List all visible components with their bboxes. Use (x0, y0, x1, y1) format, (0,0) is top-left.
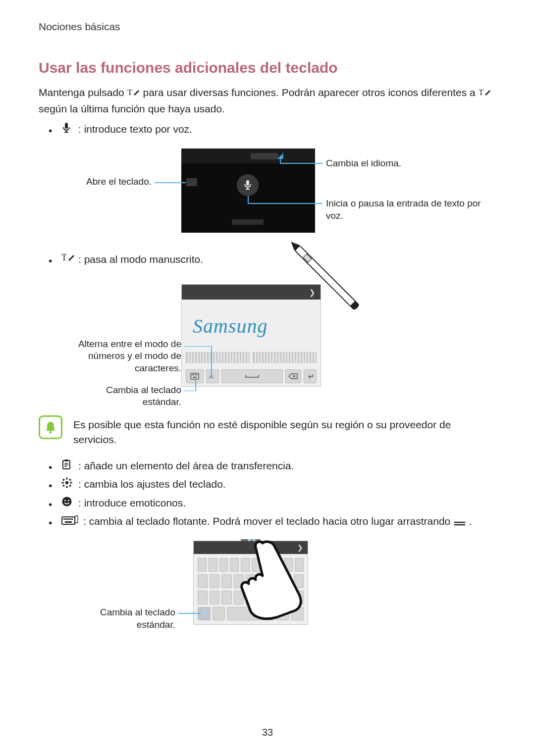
hand-screen: ❯ Samsung (181, 284, 321, 387)
hand-mode-button: A (206, 369, 219, 383)
svg-rect-14 (193, 377, 197, 378)
floating-figure: ❯ (39, 538, 496, 627)
svg-rect-44 (69, 518, 71, 520)
bullet-emoji-text: : introduce emoticonos. (78, 496, 496, 510)
voice-keyboard-tab (186, 178, 197, 186)
gear-icon (61, 477, 78, 488)
svg-point-39 (68, 500, 69, 501)
svg-rect-32 (70, 482, 72, 484)
hand-toolbar: A (186, 369, 317, 383)
svg-point-22 (50, 431, 52, 433)
svg-point-38 (64, 500, 66, 501)
svg-text:T: T (127, 88, 133, 97)
svg-rect-30 (66, 486, 68, 488)
mic-icon (61, 122, 78, 133)
svg-rect-42 (65, 518, 67, 520)
svg-rect-2 (65, 123, 68, 129)
bullet-dot: • (49, 252, 61, 268)
bullet-dot: • (49, 514, 61, 530)
svg-rect-33 (62, 479, 65, 481)
intro-a: Mantenga pulsado (39, 87, 127, 98)
floating-keyboard-icon (61, 514, 83, 525)
t-pen-icon: T (127, 87, 140, 101)
voice-lang-label: Cambia el idioma. (326, 157, 401, 170)
hand-space (221, 369, 283, 383)
bullet-handwriting: • T : pasa al modo manuscrito. (49, 252, 496, 268)
hand-word: Samsung (193, 314, 268, 338)
bullet-clipboard: • : añade un elemento del área de transf… (49, 458, 496, 475)
voice-figure: Abre el teclado. Cambia el idioma. Inici… (39, 146, 496, 240)
svg-text:T: T (479, 88, 484, 97)
bullet-voice-text: : introduce texto por voz. (78, 122, 496, 137)
svg-rect-10 (192, 374, 193, 375)
svg-rect-41 (63, 518, 65, 520)
bullet-floating-a: : cambia al teclado flotante. Podrá move… (83, 515, 453, 527)
bullet-dot: • (49, 477, 61, 493)
bullet-floating: • : cambia al teclado flotante. Podrá mo… (49, 514, 496, 530)
bullet-clipboard-text: : añade un elemento del área de transfer… (78, 458, 496, 473)
hand-topbar: ❯ (182, 285, 321, 300)
svg-rect-43 (67, 518, 69, 520)
hand-kbd-label: Cambia al teclado estándar. (69, 384, 181, 408)
voice-hint (232, 219, 264, 225)
hand-suggestions (186, 352, 317, 363)
bullet-dot: • (49, 458, 61, 475)
svg-rect-31 (62, 482, 64, 484)
voice-lang (251, 153, 278, 159)
bullet-dot: • (49, 122, 61, 138)
svg-rect-9 (191, 373, 199, 379)
chevron-right-icon: ❯ (309, 288, 316, 297)
t-pen-icon-bullet: T (61, 252, 78, 263)
svg-rect-24 (65, 459, 68, 461)
bullet-floating-text: : cambia al teclado flotante. Podrá move… (83, 514, 496, 530)
bullet-handwriting-text: : pasa al modo manuscrito. (78, 252, 496, 267)
svg-rect-35 (62, 485, 65, 487)
svg-point-37 (62, 497, 72, 506)
svg-rect-13 (196, 374, 197, 375)
svg-rect-11 (193, 374, 194, 375)
hand-backspace (285, 369, 301, 383)
clipboard-icon (61, 458, 78, 470)
svg-rect-40 (62, 517, 75, 524)
float-kbd-label: Cambia al teclado estándar. (63, 606, 175, 631)
svg-rect-5 (246, 180, 249, 186)
hand-enter (304, 369, 317, 383)
note-row: Es posible que esta función no esté disp… (39, 417, 496, 448)
voice-topbar (181, 149, 315, 163)
svg-rect-29 (66, 478, 68, 480)
bullet-floating-b: . (469, 515, 472, 527)
header-breadcrumb: Nociones básicas (39, 21, 496, 33)
bullet-settings-text: : cambia los ajustes del teclado. (78, 477, 496, 492)
svg-text:T: T (61, 252, 67, 262)
intro-b: para usar diversas funciones. Podrán apa… (143, 87, 478, 98)
svg-rect-36 (69, 485, 71, 487)
emoji-icon (61, 496, 78, 507)
note-text: Es posible que esta función no esté disp… (73, 417, 496, 448)
voice-screen (181, 149, 315, 233)
bullet-settings: • : cambia los ajustes del teclado. (49, 477, 496, 493)
t-pen-icon-2: T (479, 87, 491, 101)
drag-handle-icon (453, 515, 466, 530)
page-title: Usar las funciones adicionales del tecla… (39, 59, 496, 76)
voice-left-label: Abre el teclado. (82, 176, 152, 188)
voice-mic-button (237, 174, 259, 196)
svg-rect-12 (195, 374, 196, 375)
bullet-voice: • : introduce texto por voz. (49, 122, 496, 138)
handwriting-figure: ❯ Samsung (39, 277, 496, 405)
intro-c: según la última función que haya usado. (39, 103, 225, 114)
page-number: 33 (0, 727, 535, 738)
note-bell-icon (39, 415, 62, 439)
hand-kbd-button (186, 369, 204, 383)
svg-rect-45 (71, 518, 73, 520)
svg-rect-34 (69, 479, 71, 481)
svg-rect-47 (75, 516, 78, 523)
svg-point-28 (65, 481, 68, 484)
hand-mode-label: Alterna entre el modo de números y el mo… (51, 338, 181, 375)
bullet-dot: • (49, 496, 61, 512)
voice-mic-label: Inicia o pausa la entrada de texto por v… (326, 198, 484, 222)
hand-illustration (238, 537, 322, 621)
intro-paragraph: Mantenga pulsado T para usar diversas fu… (39, 85, 496, 117)
bullet-emoji: • : introduce emoticonos. (49, 496, 496, 512)
svg-rect-46 (65, 521, 72, 523)
